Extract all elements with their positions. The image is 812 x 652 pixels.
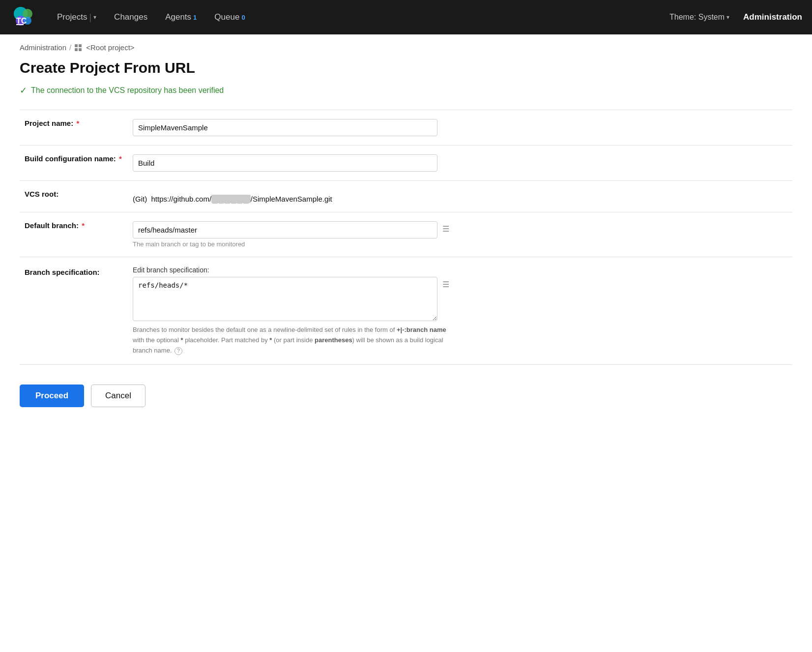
proceed-label: Proceed [35,391,68,400]
navbar: TC Projects | ▾ Changes Agents 1 Queue 0… [0,0,812,34]
vcs-root-value: (Git) https://github.com/██████/SimpleMa… [133,190,787,203]
branch-spec-label: Branch specification: [25,268,100,276]
branch-spec-desc-part1: Branches to monitor besides the default … [133,326,397,333]
branch-expand-icon[interactable]: ☰ [440,222,451,236]
project-name-label-cell: Project name: * [20,110,128,146]
check-icon: ✓ [20,85,27,96]
verified-message: ✓ The connection to the VCS repository h… [20,85,792,96]
default-branch-input[interactable] [133,221,437,238]
proceed-button[interactable]: Proceed [20,385,84,407]
build-config-input[interactable] [133,154,437,172]
cancel-button[interactable]: Cancel [91,385,145,407]
build-config-label: Build configuration name: [25,154,116,163]
form-table: Project name: * Build configuration name… [20,110,792,365]
default-branch-row: Default branch: * ☰ The main branch or t… [20,212,792,257]
breadcrumb-projects-icon [74,44,82,52]
nav-agents-label: Agents [165,12,191,22]
branch-spec-input-cell: Edit branch specification: refs/heads/* … [128,257,792,365]
form-actions: Proceed Cancel [20,380,792,407]
page-title: Create Project From URL [20,59,792,76]
breadcrumb-root-label: <Root project> [86,43,134,52]
svg-rect-8 [79,44,82,47]
nav-changes-label: Changes [114,12,147,22]
nav-items: Projects | ▾ Changes Agents 1 Queue 0 [48,0,669,34]
verified-text: The connection to the VCS repository has… [31,86,224,95]
branch-spec-part4: (or part inside [272,336,315,344]
branch-spec-textarea[interactable]: refs/heads/* [133,277,437,321]
branch-spec-row: Branch specification: Edit branch specif… [20,257,792,365]
branch-spec-edit-label: Edit branch specification: [133,266,787,274]
build-config-row: Build configuration name: * [20,146,792,181]
default-branch-input-cell: ☰ The main branch or tag to be monitored [128,212,792,257]
breadcrumb: Administration / <Root project> [0,34,812,55]
default-branch-hint: The main branch or tag to be monitored [133,240,787,248]
theme-chevron-icon: ▾ [726,14,729,21]
project-name-input-cell [128,110,792,146]
nav-admin-label: Administration [743,12,802,22]
vcs-root-label-cell: VCS root: [20,181,128,212]
build-config-label-cell: Build configuration name: * [20,146,128,181]
branch-spec-label-cell: Branch specification: [20,257,128,365]
nav-projects[interactable]: Projects | ▾ [48,0,105,34]
nav-theme-toggle[interactable]: Theme: System ▾ [669,13,729,22]
breadcrumb-admin-label: Administration [20,43,66,52]
nav-agents-count: 1 [193,13,197,22]
breadcrumb-sep: / [69,43,71,52]
nav-projects-divider: | [89,12,91,23]
branch-input-wrapper: ☰ [133,221,787,238]
breadcrumb-admin-link[interactable]: Administration [20,43,66,52]
svg-rect-7 [75,44,78,47]
branch-spec-part2: with the optional [133,336,181,344]
nav-right: Theme: System ▾ Administration [669,12,802,22]
nav-projects-chevron: ▾ [93,14,96,21]
branch-spec-textarea-wrapper: refs/heads/* ☰ [133,277,787,321]
build-config-input-cell [128,146,792,181]
svg-rect-10 [79,48,82,51]
project-name-row: Project name: * [20,110,792,146]
project-name-input[interactable] [133,119,437,136]
branch-spec-part3: placeholder. Part matched by [183,336,270,344]
nav-queue-label: Queue [214,12,239,22]
vcs-root-row: VCS root: (Git) https://github.com/█████… [20,181,792,212]
nav-projects-label: Projects [57,12,87,22]
vcs-root-label: VCS root: [25,190,58,198]
page-content: Create Project From URL ✓ The connection… [0,55,812,427]
default-branch-required: * [82,221,85,230]
project-name-required: * [76,119,79,127]
branch-spec-parens: parentheses [315,336,352,344]
cancel-label: Cancel [105,391,131,400]
help-icon[interactable]: ? [174,347,182,355]
build-config-required: * [119,154,122,163]
nav-theme-label: Theme: System [669,13,725,22]
nav-queue-count: 0 [241,13,245,22]
branch-spec-expand-icon[interactable]: ☰ [440,278,451,291]
nav-admin-link[interactable]: Administration [733,12,802,22]
branch-spec-code: +|-:branch name [397,326,446,333]
vcs-root-value-cell: (Git) https://github.com/██████/SimpleMa… [128,181,792,212]
nav-queue[interactable]: Queue 0 [205,0,254,34]
branch-spec-description: Branches to monitor besides the default … [133,325,452,356]
default-branch-label: Default branch: [25,221,79,230]
breadcrumb-root-link[interactable]: <Root project> [86,43,134,52]
nav-changes[interactable]: Changes [105,0,156,34]
default-branch-label-cell: Default branch: * [20,212,128,257]
project-name-label: Project name: [25,119,73,127]
tc-logo[interactable]: TC [10,3,38,31]
svg-text:TC: TC [16,17,27,25]
svg-rect-9 [75,48,78,51]
nav-agents[interactable]: Agents 1 [156,0,205,34]
